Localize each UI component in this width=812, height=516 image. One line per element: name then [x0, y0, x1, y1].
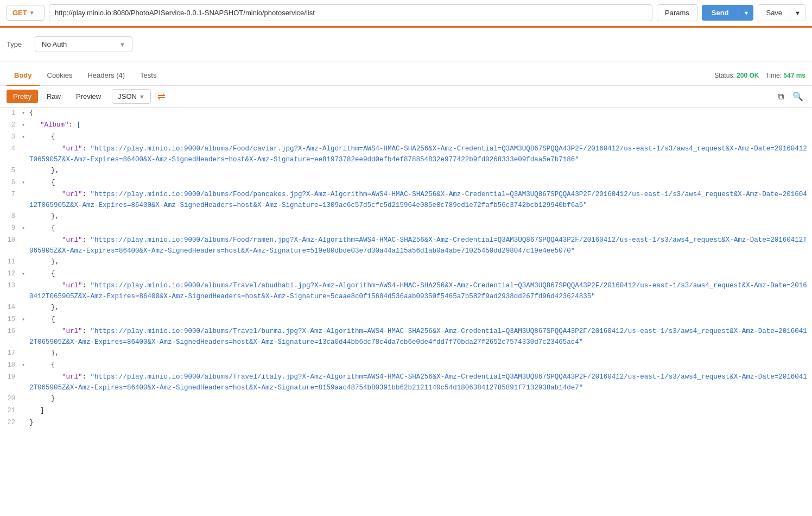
auth-row: Type No Auth ▼	[0, 28, 812, 61]
json-line: 18▾{	[0, 360, 812, 372]
json-line: 15▾{	[0, 314, 812, 326]
collapse-arrow-icon[interactable]: ▾	[22, 268, 29, 279]
json-content: },	[29, 302, 812, 313]
tab-tests[interactable]: Tests	[132, 66, 164, 86]
url-input[interactable]	[49, 4, 652, 21]
line-number: 3	[0, 131, 22, 142]
json-line: 13"url": "https://play.minio.io:9000/alb…	[0, 280, 812, 302]
line-number: 14	[0, 302, 22, 313]
json-content: "url": "https://play.minio.io:9000/album…	[29, 280, 812, 302]
copy-button[interactable]: ⧉	[776, 90, 786, 103]
collapse-arrow-icon	[22, 143, 29, 145]
line-number: 5	[0, 165, 22, 176]
json-content: {	[29, 108, 812, 118]
status-code: 200 OK	[737, 72, 759, 79]
collapse-arrow-icon	[22, 256, 29, 258]
collapse-arrow-icon	[22, 393, 29, 395]
line-number: 4	[0, 143, 22, 154]
body-toolbar: Pretty Raw Preview JSON ▼ ⇌ ⧉ 🔍	[0, 86, 812, 108]
tab-headers[interactable]: Headers (4)	[80, 66, 132, 86]
json-content: },	[29, 348, 812, 358]
collapse-arrow-icon	[22, 417, 29, 419]
collapse-arrow-icon[interactable]: ▾	[22, 314, 29, 324]
line-number: 18	[0, 360, 22, 370]
line-number: 16	[0, 326, 22, 337]
save-dropdown-button[interactable]: ▼	[790, 5, 805, 21]
line-number: 7	[0, 189, 22, 200]
wrap-icon[interactable]: ⇌	[157, 91, 166, 103]
save-group: Save ▼	[758, 4, 805, 21]
collapse-arrow-icon	[22, 189, 29, 191]
auth-chevron-icon: ▼	[119, 41, 125, 48]
format-chevron-icon: ▼	[139, 93, 145, 100]
status-info: Status: 200 OK Time: 547 ms	[714, 72, 805, 79]
send-button[interactable]: Send	[702, 5, 739, 21]
json-line: 7"url": "https://play.minio.io:9000/albu…	[0, 189, 812, 211]
line-number: 15	[0, 314, 22, 325]
tab-cookies[interactable]: Cookies	[40, 66, 80, 86]
collapse-arrow-icon	[22, 326, 29, 328]
json-area: 1▾{2▾"Album": [3▾{4"url": "https://play.…	[0, 108, 812, 429]
time-value: 547 ms	[783, 72, 805, 79]
line-number: 9	[0, 223, 22, 234]
params-button[interactable]: Params	[657, 4, 697, 21]
search-button[interactable]: 🔍	[790, 90, 805, 103]
json-content: {	[29, 131, 812, 142]
time-label: Time: 547 ms	[765, 72, 805, 79]
json-content: "url": "https://play.minio.io:9000/album…	[29, 326, 812, 348]
chevron-down-icon: ▼	[29, 10, 35, 16]
json-line: 17},	[0, 348, 812, 360]
auth-select[interactable]: No Auth ▼	[35, 36, 132, 52]
json-content: {	[29, 223, 812, 234]
collapse-arrow-icon[interactable]: ▾	[22, 119, 29, 130]
collapse-arrow-icon[interactable]: ▾	[22, 177, 29, 187]
tab-body[interactable]: Body	[7, 66, 40, 86]
json-content: }	[29, 417, 812, 428]
json-content: },	[29, 211, 812, 222]
line-number: 11	[0, 256, 22, 267]
toolbar-right: ⧉ 🔍	[776, 90, 805, 103]
json-line: 8},	[0, 211, 812, 223]
format-select[interactable]: JSON ▼	[112, 89, 151, 104]
method-label: GET	[12, 9, 27, 17]
collapse-arrow-icon	[22, 348, 29, 349]
collapse-arrow-icon[interactable]: ▾	[22, 131, 29, 142]
collapse-arrow-icon[interactable]: ▾	[22, 223, 29, 233]
line-number: 19	[0, 372, 22, 382]
json-content: "url": "https://play.minio.io:9000/album…	[29, 235, 812, 256]
body-tab-raw[interactable]: Raw	[40, 90, 67, 103]
json-content: "url": "https://play.minio.io:9000/album…	[29, 372, 812, 393]
collapse-arrow-icon	[22, 405, 29, 407]
json-content: {	[29, 268, 812, 279]
collapse-arrow-icon[interactable]: ▾	[22, 108, 29, 118]
json-line: 1▾{	[0, 108, 812, 119]
auth-selected-value: No Auth	[42, 40, 67, 48]
collapse-arrow-icon	[22, 302, 29, 304]
json-content: },	[29, 165, 812, 176]
json-line: 10"url": "https://play.minio.io:9000/alb…	[0, 235, 812, 256]
auth-type-label: Type	[7, 40, 28, 48]
json-content: "Album": [	[29, 119, 812, 130]
body-tab-pretty[interactable]: Pretty	[7, 90, 38, 103]
send-dropdown-button[interactable]: ▼	[739, 5, 754, 21]
json-line: 19"url": "https://play.minio.io:9000/alb…	[0, 372, 812, 393]
body-tab-preview[interactable]: Preview	[69, 90, 107, 103]
json-line: 20}	[0, 393, 812, 405]
json-line: 5},	[0, 165, 812, 177]
json-line: 22}	[0, 417, 812, 429]
send-group: Send ▼	[702, 5, 754, 21]
json-content: "url": "https://play.minio.io:9000/album…	[29, 143, 812, 165]
json-content: },	[29, 256, 812, 267]
collapse-arrow-icon	[22, 372, 29, 373]
json-line: 3▾{	[0, 131, 812, 143]
save-button[interactable]: Save	[758, 5, 790, 21]
json-line: 4"url": "https://play.minio.io:9000/albu…	[0, 143, 812, 165]
line-number: 1	[0, 108, 22, 118]
method-selector[interactable]: GET ▼	[7, 5, 45, 21]
json-content: "url": "https://play.minio.io:9000/album…	[29, 189, 812, 211]
collapse-arrow-icon	[22, 165, 29, 167]
json-content: {	[29, 314, 812, 325]
line-number: 8	[0, 211, 22, 222]
collapse-arrow-icon[interactable]: ▾	[22, 360, 29, 370]
format-label: JSON	[118, 92, 137, 100]
